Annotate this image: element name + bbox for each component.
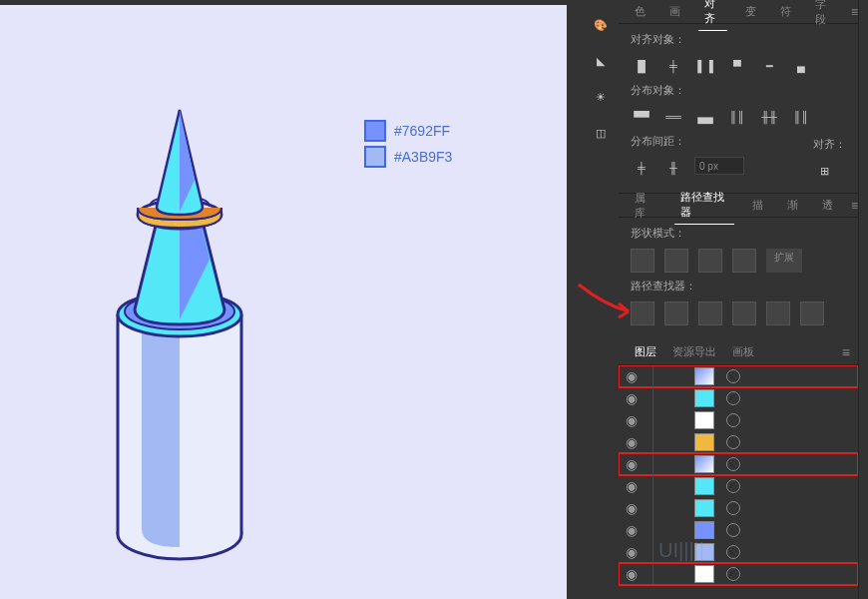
merge-icon[interactable] <box>698 301 722 325</box>
layer-row[interactable]: ◉ <box>619 541 858 563</box>
tab-paragraph[interactable]: 字段 <box>809 0 838 31</box>
minus-back-icon[interactable] <box>800 301 824 325</box>
target-icon[interactable] <box>726 567 740 581</box>
align-vcenter-icon[interactable]: ━ <box>758 55 780 77</box>
layer-row[interactable]: ◉ <box>619 497 858 519</box>
dist-hcenter-icon[interactable]: ╫╫ <box>758 106 780 128</box>
tab-gradient[interactable]: 渐 <box>781 194 804 217</box>
layer-row[interactable]: ◉ <box>619 475 858 497</box>
layers-panel: 图层 资源导出 画板 ≡ ◉ ◉ ◉ ◉ ◉ <box>619 339 858 599</box>
layer-thumbnail <box>694 433 714 451</box>
target-icon[interactable] <box>726 523 740 537</box>
minus-front-icon[interactable] <box>664 249 688 273</box>
visibility-toggle-icon[interactable]: ◉ <box>623 522 641 538</box>
layer-thumbnail <box>694 367 714 385</box>
divide-icon[interactable] <box>631 301 654 325</box>
color-swatches: #7692FF #A3B9F3 <box>364 120 452 172</box>
artwork-glue-bottle <box>80 100 279 579</box>
intersect-icon[interactable] <box>698 249 722 273</box>
dist-hspace-icon[interactable]: ╫ <box>662 157 684 179</box>
outline-icon[interactable] <box>766 301 790 325</box>
layer-row[interactable]: ◉ <box>619 365 858 387</box>
layer-row[interactable]: ◉ <box>619 453 858 475</box>
spacing-input[interactable] <box>694 157 744 175</box>
target-icon[interactable] <box>726 435 740 449</box>
layer-row[interactable]: ◉ <box>619 431 858 453</box>
layer-thumbnail <box>694 455 714 473</box>
swatch-1-label: #7692FF <box>394 123 450 139</box>
tab-stroke[interactable]: 画 <box>663 0 686 23</box>
tab-transparency[interactable]: 透 <box>816 194 839 217</box>
tab-lib[interactable]: 属 库 <box>629 187 662 225</box>
layer-thumbnail <box>694 565 714 583</box>
palette-icon[interactable]: 🎨 <box>586 10 616 40</box>
overlap-icon[interactable]: ◫ <box>586 118 616 148</box>
brightness-icon[interactable]: ☀ <box>586 82 616 112</box>
distribute-objects-label: 分布对象： <box>631 83 846 98</box>
target-icon[interactable] <box>726 501 740 515</box>
target-icon[interactable] <box>726 369 740 383</box>
visibility-toggle-icon[interactable]: ◉ <box>623 500 641 516</box>
dist-bottom-icon[interactable]: ▄▄ <box>694 106 716 128</box>
canvas[interactable]: #7692FF #A3B9F3 <box>0 5 567 599</box>
tab-stroke2[interactable]: 描 <box>746 194 769 217</box>
layer-row[interactable]: ◉ <box>619 519 858 541</box>
panel-menu-icon[interactable]: ≡ <box>851 5 858 19</box>
visibility-toggle-icon[interactable]: ◉ <box>623 478 641 494</box>
pathfinder-menu-icon[interactable]: ≡ <box>851 199 858 213</box>
dist-vspace-icon[interactable]: ╪ <box>631 157 652 179</box>
align-to-label: 对齐： <box>813 137 846 152</box>
align-right-icon[interactable]: ▌▐ <box>694 55 716 77</box>
swatch-2-label: #A3B9F3 <box>394 149 452 165</box>
target-icon[interactable] <box>726 391 740 405</box>
align-top-icon[interactable]: ▀ <box>726 55 748 77</box>
tab-transform[interactable]: 变 <box>739 0 762 23</box>
side-toolbar: 🎨 ◣ ☀ ◫ <box>581 5 617 153</box>
tab-assets[interactable]: 资源导出 <box>664 340 724 363</box>
visibility-toggle-icon[interactable]: ◉ <box>623 390 641 406</box>
crop-icon[interactable] <box>732 301 756 325</box>
tab-align[interactable]: 对齐 <box>698 0 727 31</box>
align-to-artboard-icon[interactable]: ⊞ <box>813 160 835 182</box>
tab-layers[interactable]: 图层 <box>627 340 664 363</box>
swatch-1[interactable] <box>364 120 386 142</box>
trim-icon[interactable] <box>664 301 688 325</box>
dist-top-icon[interactable]: ▀▀ <box>631 106 652 128</box>
right-edge-panel <box>858 0 868 599</box>
tab-color[interactable]: 色 <box>629 0 651 23</box>
visibility-toggle-icon[interactable]: ◉ <box>623 456 641 472</box>
layer-row[interactable]: ◉ <box>619 409 858 431</box>
target-icon[interactable] <box>726 457 740 471</box>
visibility-toggle-icon[interactable]: ◉ <box>623 434 641 450</box>
align-hcenter-icon[interactable]: ╪ <box>662 55 684 77</box>
pathfinder-tabs: 属 库 路径查找器 描 渐 透 ≡ <box>619 194 858 218</box>
align-left-icon[interactable]: ▐▌ <box>631 55 652 77</box>
visibility-toggle-icon[interactable]: ◉ <box>623 412 641 428</box>
align-bottom-icon[interactable]: ▄ <box>790 55 812 77</box>
tab-artboards[interactable]: 画板 <box>724 340 762 363</box>
visibility-toggle-icon[interactable]: ◉ <box>623 544 641 560</box>
dist-right-icon[interactable]: ║║ <box>790 106 812 128</box>
visibility-toggle-icon[interactable]: ◉ <box>623 566 641 582</box>
layer-thumbnail <box>694 543 714 561</box>
align-objects-label: 对齐对象： <box>631 32 846 47</box>
target-icon[interactable] <box>726 413 740 427</box>
layer-row[interactable]: ◉ <box>619 387 858 409</box>
tab-pathfinder[interactable]: 路径查找器 <box>674 186 734 225</box>
tab-char[interactable]: 符 <box>774 0 797 23</box>
layers-list[interactable]: ◉ ◉ ◉ ◉ ◉ ◉ <box>619 365 858 595</box>
layer-thumbnail <box>694 477 714 495</box>
dist-vcenter-icon[interactable]: ══ <box>662 106 684 128</box>
expand-button[interactable]: 扩展 <box>766 249 802 273</box>
shape-tool-icon[interactable]: ◣ <box>586 46 616 76</box>
target-icon[interactable] <box>726 545 740 559</box>
dist-left-icon[interactable]: ║║ <box>726 106 748 128</box>
target-icon[interactable] <box>726 479 740 493</box>
swatch-2[interactable] <box>364 146 386 168</box>
visibility-toggle-icon[interactable]: ◉ <box>623 368 641 384</box>
unite-icon[interactable] <box>631 249 654 273</box>
exclude-icon[interactable] <box>732 249 756 273</box>
layer-row[interactable]: ◉ <box>619 563 858 585</box>
pathfinder-label: 路径查找器： <box>631 279 846 294</box>
layers-menu-icon[interactable]: ≡ <box>842 344 850 360</box>
